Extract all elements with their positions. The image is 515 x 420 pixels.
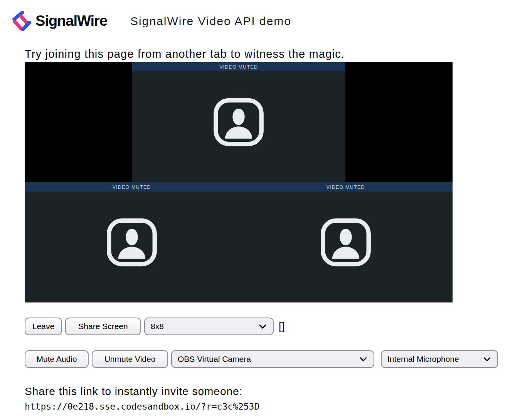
avatar-placeholder-icon	[106, 218, 157, 267]
camera-select-value: OBS Virtual Camera	[178, 354, 251, 364]
brand: SignalWire	[12, 10, 107, 32]
video-tile-top: VIDEO MUTED	[132, 62, 345, 182]
brand-name: SignalWire	[35, 13, 107, 29]
microphone-select-value: Internal Microphone	[387, 354, 459, 364]
layout-select[interactable]: 8x8	[144, 318, 274, 335]
chevron-down-icon	[483, 357, 491, 362]
share-screen-button[interactable]: Share Screen	[65, 318, 141, 335]
avatar-placeholder-icon	[214, 98, 264, 146]
avatar-placeholder-icon	[320, 218, 371, 267]
layout-select-value: 8x8	[151, 322, 164, 331]
video-muted-banner: VIDEO MUTED	[25, 182, 239, 192]
invite-url: https://0e218.sse.codesandbox.io/?r=c3c%…	[25, 402, 515, 412]
camera-select[interactable]: OBS Virtual Camera	[171, 350, 374, 368]
header: SignalWire SignalWire Video API demo	[0, 0, 515, 32]
microphone-select[interactable]: Internal Microphone	[381, 350, 498, 368]
intro-text: Try joining this page from another tab t…	[25, 47, 515, 60]
video-muted-banner: VIDEO MUTED	[132, 62, 345, 71]
leave-button[interactable]: Leave	[25, 318, 62, 335]
signalwire-logo-icon	[12, 10, 32, 32]
video-canvas: VIDEO MUTED VIDEO MUTED VIDEO MUTED	[25, 62, 453, 302]
video-muted-label: VIDEO MUTED	[112, 184, 151, 190]
video-tile-bottom-right: VIDEO MUTED	[239, 182, 453, 302]
chevron-down-icon	[359, 357, 367, 362]
controls-row-2: Mute Audio Unmute Video OBS Virtual Came…	[25, 350, 515, 368]
invite-text: Share this link to instantly invite some…	[25, 385, 515, 398]
unmute-video-button[interactable]: Unmute Video	[92, 350, 168, 368]
video-muted-label: VIDEO MUTED	[326, 184, 365, 190]
controls-row-1: Leave Share Screen 8x8 []	[25, 318, 515, 335]
mute-audio-button[interactable]: Mute Audio	[25, 350, 89, 368]
page-title: SignalWire Video API demo	[130, 15, 291, 28]
video-muted-banner: VIDEO MUTED	[239, 182, 453, 192]
members-list: []	[279, 321, 285, 333]
video-tile-bottom-left: VIDEO MUTED	[25, 182, 239, 302]
chevron-down-icon	[259, 324, 267, 329]
video-muted-label: VIDEO MUTED	[219, 64, 258, 70]
